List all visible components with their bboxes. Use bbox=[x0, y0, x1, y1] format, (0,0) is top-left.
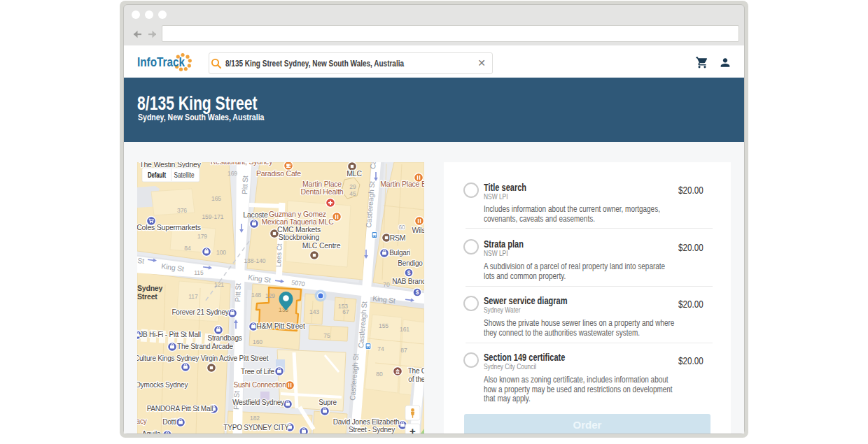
svg-text:138-140: 138-140 bbox=[244, 257, 265, 264]
svg-text:Supre: Supre bbox=[318, 399, 337, 406]
svg-text:Dotti: Dotti bbox=[162, 418, 176, 426]
svg-text:Westfield Sydney: Westfield Sydney bbox=[232, 399, 284, 406]
svg-text:Forever 21 Sydney: Forever 21 Sydney bbox=[172, 308, 228, 316]
svg-text:Dental Health: Dental Health bbox=[300, 187, 343, 196]
svg-text:David Jones Elizabeth: David Jones Elizabeth bbox=[333, 418, 400, 426]
svg-text:Culture Kings Sydney: Culture Kings Sydney bbox=[137, 355, 199, 362]
svg-text:H&M Pitt Street: H&M Pitt Street bbox=[256, 322, 305, 330]
svg-text:29: 29 bbox=[349, 183, 356, 190]
svg-text:148: 148 bbox=[251, 292, 261, 299]
svg-text:87: 87 bbox=[400, 347, 407, 354]
svg-text:+: + bbox=[410, 425, 416, 434]
svg-text:159-171: 159-171 bbox=[202, 213, 223, 220]
svg-text:Bulgari: Bulgari bbox=[389, 249, 410, 257]
svg-text:The Cor: The Cor bbox=[408, 367, 424, 375]
svg-text:St: St bbox=[137, 256, 145, 265]
svg-text:155: 155 bbox=[379, 322, 388, 329]
svg-text:Pitt St: Pitt St bbox=[240, 176, 249, 194]
svg-text:74: 74 bbox=[377, 345, 384, 352]
svg-text:Restaurant, Sydney: Restaurant, Sydney bbox=[211, 162, 274, 166]
svg-text:of the R: of the R bbox=[408, 375, 424, 383]
svg-text:Aquila: Aquila bbox=[142, 430, 161, 434]
svg-text:acy: acy bbox=[137, 417, 147, 425]
svg-text:121: 121 bbox=[214, 281, 224, 288]
svg-text:161: 161 bbox=[400, 326, 410, 333]
svg-text:117: 117 bbox=[188, 293, 198, 300]
svg-text:Martin Place B: Martin Place B bbox=[380, 180, 424, 188]
svg-text:179: 179 bbox=[197, 233, 207, 240]
svg-text:Sydney: Sydney bbox=[137, 284, 163, 292]
svg-text:160: 160 bbox=[253, 338, 262, 345]
svg-text:80: 80 bbox=[376, 371, 383, 378]
svg-text:115: 115 bbox=[194, 269, 204, 276]
svg-text:60: 60 bbox=[398, 224, 405, 231]
svg-text:67: 67 bbox=[342, 308, 349, 315]
svg-text:Wils: Wils bbox=[412, 226, 424, 234]
svg-text:Paradiso Cafe: Paradiso Cafe bbox=[256, 169, 301, 178]
svg-text:376: 376 bbox=[177, 207, 187, 214]
svg-text:84: 84 bbox=[184, 245, 191, 252]
svg-text:RSM: RSM bbox=[390, 234, 406, 242]
svg-text:Guzman y Gomez: Guzman y Gomez bbox=[269, 210, 326, 218]
svg-text:100: 100 bbox=[216, 249, 226, 256]
svg-text:Sushi Connection: Sushi Connection bbox=[233, 381, 286, 389]
svg-text:Virgin Active Pitt Street: Virgin Active Pitt Street bbox=[201, 355, 269, 362]
svg-text:Lees Ct: Lees Ct bbox=[274, 243, 284, 267]
svg-text:Coles Supermarkets: Coles Supermarkets bbox=[137, 223, 201, 231]
svg-text:Bendigo: Bendigo bbox=[398, 259, 423, 267]
svg-text:Default: Default bbox=[148, 171, 166, 179]
svg-text:Tree of Life: Tree of Life bbox=[241, 368, 274, 375]
svg-text:Street: Street bbox=[137, 292, 158, 301]
svg-text:NAB Branc: NAB Branc bbox=[392, 278, 424, 285]
svg-text:Ca: Ca bbox=[368, 162, 377, 169]
svg-text:143: 143 bbox=[309, 308, 319, 315]
svg-text:169: 169 bbox=[227, 170, 237, 177]
svg-text:The Strand Arcade: The Strand Arcade bbox=[177, 343, 234, 350]
svg-text:165: 165 bbox=[211, 195, 221, 202]
svg-text:MLC: MLC bbox=[346, 169, 362, 178]
svg-text:Lacoste: Lacoste bbox=[243, 210, 268, 219]
svg-text:70: 70 bbox=[383, 281, 390, 288]
svg-text:TYPO SYDNEY CITY: TYPO SYDNEY CITY bbox=[223, 424, 289, 431]
svg-text:InfoTrack: InfoTrack bbox=[137, 55, 185, 69]
svg-text:129: 129 bbox=[265, 292, 275, 299]
svg-text:75: 75 bbox=[323, 332, 330, 339]
svg-text:Stockbroking: Stockbroking bbox=[279, 233, 320, 241]
svg-text:45: 45 bbox=[349, 190, 356, 197]
svg-text:Pitt St: Pitt St bbox=[233, 283, 242, 302]
svg-text:MLC Centre: MLC Centre bbox=[302, 241, 341, 250]
svg-text:Dymocks Sydney: Dymocks Sydney bbox=[137, 381, 188, 389]
svg-text:Strandbags: Strandbags bbox=[207, 334, 241, 342]
svg-text:JB Hi-Fi - Pitt St Mall: JB Hi-Fi - Pitt St Mall bbox=[139, 331, 201, 338]
svg-text:The Westin Sydney: The Westin Sydney bbox=[139, 162, 201, 169]
svg-text:Street - Sydney: Street - Sydney bbox=[349, 426, 395, 434]
svg-text:182: 182 bbox=[250, 415, 260, 422]
svg-text:Satellite: Satellite bbox=[174, 171, 195, 179]
svg-text:PANDORA Pitt St Mall: PANDORA Pitt St Mall bbox=[147, 405, 214, 413]
